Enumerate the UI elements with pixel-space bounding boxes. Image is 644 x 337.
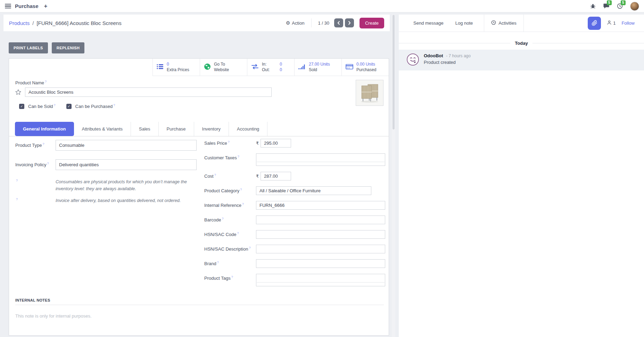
- stat-button-box: 0 Extra Prices Go To Website: [152, 59, 389, 76]
- bar-chart-icon: [298, 64, 306, 70]
- pager-count[interactable]: 1 / 30: [318, 20, 329, 26]
- can-be-sold-checkbox[interactable]: ✓: [19, 104, 24, 109]
- transfer-arrows-icon: [251, 64, 259, 70]
- action-label: Action: [292, 20, 304, 26]
- units-sold-stat-button[interactable]: 27.00 Units Sold: [294, 59, 341, 76]
- date-divider: Today: [399, 41, 644, 46]
- currency-symbol: ₹: [256, 141, 259, 146]
- pager-previous-button[interactable]: [334, 18, 343, 27]
- extra-prices-stat-button[interactable]: 0 Extra Prices: [152, 59, 200, 76]
- apps-menu-icon[interactable]: [5, 4, 11, 9]
- log-note-button[interactable]: Log note: [449, 15, 479, 32]
- breadcrumb-current: [FURN_6666] Acoustic Bloc Screens: [36, 20, 121, 26]
- hsn-sac-description-label: HSN/SAC Description?: [204, 245, 256, 252]
- credit-card-icon: [346, 64, 353, 71]
- customer-taxes-label: Customer Taxes?: [204, 153, 256, 160]
- message-timestamp: - 7 hours ago: [446, 53, 471, 58]
- product-category-input[interactable]: [256, 186, 371, 195]
- app-name[interactable]: Purchase: [15, 3, 39, 9]
- chatter-panel: Send message Log note Activities: [399, 15, 644, 337]
- clock-icon: [491, 20, 496, 26]
- page-body: Products / [FURN_6666] Acoustic Bloc Scr…: [0, 12, 644, 337]
- sales-price-input[interactable]: [261, 139, 291, 148]
- favorite-star-icon[interactable]: [15, 89, 22, 96]
- units-purchased-label: Purchased: [356, 67, 376, 73]
- scrollbar-thumb[interactable]: [393, 15, 395, 129]
- product-tags-input[interactable]: [256, 274, 385, 286]
- can-be-sold-label: Can be Sold?: [28, 103, 56, 109]
- vertical-scrollbar: [392, 15, 395, 337]
- currency-symbol: ₹: [256, 174, 259, 179]
- internal-reference-label: Internal Reference?: [204, 201, 256, 208]
- globe-icon: [204, 63, 211, 71]
- invoicing-policy-label: Invoicing Policy?: [15, 159, 56, 167]
- product-category-label: Product Category?: [204, 186, 256, 193]
- units-purchased-value: 0.00 Units: [356, 62, 376, 67]
- tab-accounting[interactable]: Accounting: [229, 122, 267, 136]
- tab-general-information[interactable]: General Information: [15, 122, 74, 136]
- systray: 5 5: [590, 2, 639, 11]
- action-menu-button[interactable]: ⚙ Action: [286, 20, 305, 26]
- pager: 1 / 30: [311, 18, 354, 27]
- send-message-button[interactable]: Send message: [407, 15, 449, 32]
- notebook-tabs: General Information Attributes & Variant…: [9, 121, 389, 136]
- debug-bug-icon[interactable]: [590, 3, 596, 9]
- barcode-input[interactable]: [256, 216, 385, 224]
- hsn-sac-code-input[interactable]: [256, 230, 385, 239]
- go-to-website-stat-button[interactable]: Go To Website: [200, 59, 247, 76]
- breadcrumb-separator: /: [32, 20, 34, 26]
- help-marker: ?: [16, 179, 18, 182]
- followers-button[interactable]: 1: [607, 20, 616, 26]
- internal-notes-title: INTERNAL NOTES: [15, 298, 384, 305]
- product-tags-label: Product Tags?: [204, 274, 256, 281]
- website-line1: Go To: [214, 62, 229, 67]
- internal-reference-input[interactable]: [256, 201, 385, 210]
- out-value: 0: [280, 67, 282, 73]
- tab-inventory[interactable]: Inventory: [194, 122, 229, 136]
- invoicing-policy-help-note: Invoice after delivery, based on quantit…: [56, 197, 197, 204]
- cost-input[interactable]: [261, 172, 291, 180]
- pager-next-button[interactable]: [345, 18, 354, 27]
- help-marker: ?: [16, 197, 18, 201]
- schedule-activity-button[interactable]: Activities: [484, 15, 523, 32]
- product-image[interactable]: [356, 80, 383, 106]
- check-icon: ✓: [67, 104, 70, 108]
- create-button[interactable]: Create: [360, 18, 384, 28]
- internal-notes-placeholder[interactable]: This note is only for internal purposes.: [15, 313, 384, 319]
- product-name-input[interactable]: [25, 87, 272, 97]
- tab-purchase[interactable]: Purchase: [159, 122, 194, 136]
- print-labels-button[interactable]: PRINT LABELS: [9, 42, 48, 53]
- plus-icon[interactable]: +: [44, 3, 48, 9]
- tab-attributes-variants[interactable]: Attributes & Variants: [74, 122, 131, 136]
- invoicing-policy-input[interactable]: [56, 159, 197, 170]
- customer-taxes-input[interactable]: [256, 153, 385, 166]
- brand-label: Brand?: [204, 259, 256, 266]
- brand-input[interactable]: [256, 259, 385, 268]
- form-column-right: Sales Price? ₹ Customer Taxes? Cost?: [204, 139, 385, 292]
- attachment-paperclip-button[interactable]: [588, 17, 601, 30]
- chatter-message: OdooBot - 7 hours ago Product created: [399, 50, 644, 70]
- tab-sales[interactable]: Sales: [131, 122, 159, 136]
- inventory-moves-stat-button[interactable]: In:0 Out:0: [247, 59, 294, 76]
- extra-prices-label: Extra Prices: [167, 67, 189, 73]
- messages-badge: 5: [607, 0, 612, 5]
- message-author[interactable]: OdooBot: [424, 53, 443, 58]
- odoobot-avatar: [406, 53, 419, 66]
- activities-label: Activities: [498, 20, 516, 26]
- units-purchased-stat-button[interactable]: 0.00 Units Purchased: [341, 59, 389, 76]
- replenish-button[interactable]: REPLENISH: [52, 42, 85, 53]
- help-marker: ?: [45, 80, 47, 83]
- product-type-input[interactable]: [56, 140, 197, 151]
- check-icon: ✓: [20, 104, 23, 108]
- user-avatar[interactable]: [630, 2, 639, 11]
- follow-button[interactable]: Follow: [621, 20, 635, 26]
- activities-clock-icon[interactable]: 5: [617, 3, 623, 9]
- form-view: Products / [FURN_6666] Acoustic Bloc Scr…: [3, 15, 390, 337]
- can-be-purchased-checkbox[interactable]: ✓: [66, 104, 72, 109]
- messages-icon[interactable]: 5: [603, 3, 610, 9]
- top-navbar: Purchase + 5 5: [0, 0, 644, 12]
- breadcrumb-products-link[interactable]: Products: [9, 20, 30, 26]
- hsn-sac-description-input[interactable]: [256, 245, 385, 253]
- form-column-left: Product Type? Invoicing Policy? ? Consum…: [15, 140, 197, 210]
- website-line2: Website: [214, 67, 229, 73]
